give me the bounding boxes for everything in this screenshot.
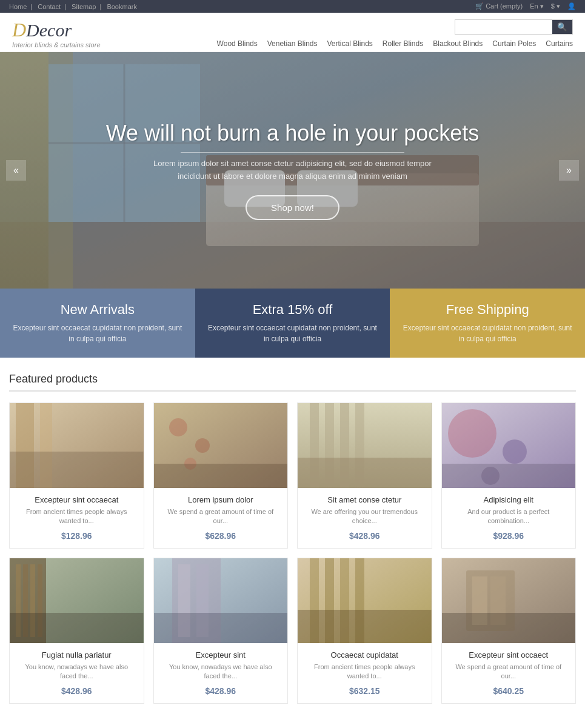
product-image <box>10 403 144 488</box>
shop-now-button[interactable]: Shop now! <box>246 195 339 220</box>
product-card[interactable]: Adipisicing elit And our product is a pe… <box>441 402 577 549</box>
language-selector[interactable]: En ▾ <box>530 2 544 10</box>
product-image <box>10 558 144 643</box>
search-form: 🔍 <box>455 19 573 35</box>
hero-title: We will not burn a hole in your pockets <box>106 121 480 146</box>
feature-new-arrivals: New Arrivals Excepteur sint occaecat cup… <box>0 289 195 358</box>
product-info: Excepteur sint occaecat From ancient tim… <box>10 488 144 548</box>
product-price: $128.96 <box>17 531 136 541</box>
logo-subtitle: Interior blinds & curtains store <box>12 41 101 48</box>
nav-home[interactable]: Home <box>9 3 32 10</box>
svg-point-28 <box>448 409 496 458</box>
product-image <box>442 403 576 488</box>
product-info: Excepteur sint You know, nowadays we hav… <box>154 643 288 703</box>
product-name: Adipisicing elit <box>449 495 569 504</box>
feature-boxes: New Arrivals Excepteur sint occaecat cup… <box>0 289 585 358</box>
top-bar: Home Contact Sitemap Bookmark 🛒 Cart (em… <box>0 0 585 13</box>
product-name: Excepteur sint occaect <box>449 650 569 660</box>
product-card[interactable]: Excepteur sint occaect We spend a great … <box>441 558 577 704</box>
product-image <box>154 558 288 643</box>
product-desc: From ancient times people always wanted … <box>305 663 424 681</box>
svg-rect-38 <box>10 613 144 643</box>
product-info: Occaecat cupidatat From ancient times pe… <box>298 643 432 703</box>
cart-icon[interactable]: 🛒 Cart (empty) <box>475 2 523 10</box>
product-card[interactable]: Sit amet conse ctetur We are offering yo… <box>297 402 432 549</box>
products-grid: Excepteur sint occaecat From ancient tim… <box>9 402 576 704</box>
top-right: 🛒 Cart (empty) En ▾ $ ▾ 👤 <box>475 2 576 10</box>
svg-rect-15 <box>10 452 144 488</box>
product-card[interactable]: Fugiat nulla pariatur You know, nowadays… <box>9 558 144 704</box>
product-price: $632.15 <box>305 686 424 696</box>
product-name: Sit amet conse ctetur <box>305 495 424 504</box>
search-input[interactable] <box>455 20 552 34</box>
product-name: Excepteur sint occaecat <box>17 495 136 504</box>
hero-next-button[interactable]: » <box>559 160 579 181</box>
hero-content: We will not burn a hole in your pockets … <box>106 121 480 220</box>
nav-curtains[interactable]: Curtains <box>546 39 573 48</box>
feature-discount-desc: Excepteur sint occaecat cupidatat non pr… <box>207 322 378 344</box>
nav-bookmark[interactable]: Bookmark <box>107 3 137 10</box>
svg-rect-31 <box>442 464 576 488</box>
product-name: Lorem ipsum dolor <box>161 495 281 504</box>
svg-rect-26 <box>298 458 432 488</box>
feature-shipping: Free Shipping Excepteur sint occaecat cu… <box>390 289 585 358</box>
product-desc: We spend a great amount of time of our..… <box>449 663 569 681</box>
search-button[interactable]: 🔍 <box>552 20 572 34</box>
product-price: $640.25 <box>449 686 569 696</box>
header-right: 🔍 Wood Blinds Venetian Blinds Vertical B… <box>217 19 573 48</box>
nav-curtain-poles[interactable]: Curtain Poles <box>492 39 536 48</box>
nav-vertical-blinds[interactable]: Vertical Blinds <box>327 39 372 48</box>
feature-new-arrivals-desc: Excepteur sint occaecat cupidatat non pr… <box>12 322 183 344</box>
product-desc: We spend a great amount of time of our..… <box>161 507 281 526</box>
product-desc: You know, nowadays we have also faced th… <box>17 663 136 681</box>
svg-rect-54 <box>442 613 576 643</box>
products-section: Featured products Excepteur sint occaeca… <box>0 358 585 719</box>
site-header: DDecor Interior blinds & curtains store … <box>0 13 585 52</box>
products-title: Featured products <box>9 373 576 392</box>
nav-contact[interactable]: Contact <box>38 3 66 10</box>
svg-point-17 <box>169 418 187 436</box>
feature-discount-title: Extra 15% off <box>207 302 378 318</box>
feature-shipping-title: Free Shipping <box>402 302 573 318</box>
product-info: Fugiat nulla pariatur You know, nowadays… <box>10 643 144 703</box>
nav-blackout-blinds[interactable]: Blackout Blinds <box>433 39 483 48</box>
product-info: Lorem ipsum dolor We spend a great amoun… <box>154 488 288 548</box>
product-desc: We are offering you our tremendous choic… <box>305 507 424 526</box>
logo: DDecor Interior blinds & curtains store <box>12 19 101 48</box>
logo-title: DDecor <box>12 19 101 41</box>
product-price: $428.96 <box>17 686 136 696</box>
feature-discount: Extra 15% off Excepteur sint occaecat cu… <box>195 289 390 358</box>
product-price: $628.96 <box>161 531 281 541</box>
product-card[interactable]: Excepteur sint You know, nowadays we hav… <box>153 558 289 704</box>
svg-point-18 <box>195 438 210 453</box>
nav-sitemap[interactable]: Sitemap <box>72 3 101 10</box>
svg-rect-20 <box>154 464 288 488</box>
feature-shipping-desc: Excepteur sint occaecat cupidatat non pr… <box>402 322 573 344</box>
product-image <box>298 558 432 643</box>
hero-prev-button[interactable]: « <box>6 160 26 181</box>
product-card[interactable]: Lorem ipsum dolor We spend a great amoun… <box>153 402 289 549</box>
product-desc: And our product is a perfect combination… <box>449 507 569 526</box>
top-nav: Home Contact Sitemap Bookmark <box>9 3 141 10</box>
svg-point-29 <box>503 439 527 464</box>
nav-roller-blinds[interactable]: Roller Blinds <box>383 39 423 48</box>
product-image <box>154 403 288 488</box>
hero-banner: « We will not burn a hole in your pocket… <box>0 52 585 289</box>
user-icon[interactable]: 👤 <box>567 2 576 10</box>
feature-new-arrivals-title: New Arrivals <box>12 302 183 318</box>
hero-description: Lorem ipsum dolor sit amet conse ctetur … <box>141 158 444 183</box>
product-image <box>442 558 576 643</box>
product-card[interactable]: Excepteur sint occaecat From ancient tim… <box>9 402 144 549</box>
product-name: Fugiat nulla pariatur <box>17 650 136 660</box>
product-price: $428.96 <box>305 531 424 541</box>
product-price: $428.96 <box>161 686 281 696</box>
product-desc: You know, nowadays we have also faced th… <box>161 663 281 681</box>
currency-selector[interactable]: $ ▾ <box>551 2 560 10</box>
hero-divider <box>181 152 404 153</box>
product-info: Excepteur sint occaect We spend a great … <box>442 643 576 703</box>
product-info: Sit amet conse ctetur We are offering yo… <box>298 488 432 548</box>
nav-venetian-blinds[interactable]: Venetian Blinds <box>267 39 318 48</box>
nav-wood-blinds[interactable]: Wood Blinds <box>217 39 258 48</box>
product-card[interactable]: Occaecat cupidatat From ancient times pe… <box>297 558 432 704</box>
product-price: $928.96 <box>449 531 569 541</box>
